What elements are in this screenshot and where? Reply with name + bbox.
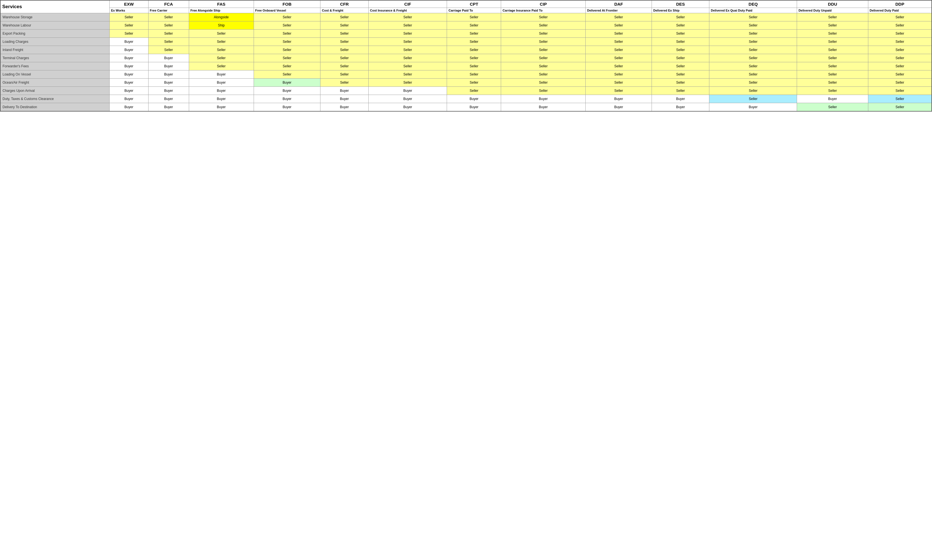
cell-1-3: Seller <box>254 22 320 29</box>
cell-10-11: Buyer <box>797 95 868 103</box>
col-name-fas: Free Alongside Ship <box>189 8 254 13</box>
table-row: Charges Upon ArrivalBuyerBuyerBuyerBuyer… <box>0 87 932 95</box>
service-label: Inland Freight <box>0 46 109 54</box>
cell-3-5: Seller <box>368 38 447 46</box>
cell-6-8: Seller <box>585 62 652 71</box>
header-abbrev-row: ServicesEXWFCAFASFOBCFRCIFCPTCIPDAFDESDE… <box>0 0 932 8</box>
col-abbrev-cip: CIP <box>501 0 585 8</box>
cell-10-10: Seller <box>709 95 797 103</box>
cell-9-9: Seller <box>652 87 709 95</box>
cell-6-11: Seller <box>797 62 868 71</box>
header-name-row: Ex WorksFree CarrierFree Alongside ShipF… <box>0 8 932 13</box>
cell-2-6: Seller <box>447 29 501 38</box>
cell-0-4: Seller <box>320 13 369 22</box>
cell-10-6: Buyer <box>447 95 501 103</box>
cell-7-11: Seller <box>797 71 868 78</box>
cell-5-3: Seller <box>254 54 320 62</box>
cell-9-11: Seller <box>797 87 868 95</box>
cell-10-2: Buyer <box>189 95 254 103</box>
cell-9-2: Buyer <box>189 87 254 95</box>
service-label: Forwarder's Fees <box>0 62 109 71</box>
cell-1-0: Seller <box>109 22 148 29</box>
cell-8-0: Buyer <box>109 78 148 87</box>
cell-4-4: Seller <box>320 46 369 54</box>
cell-11-6: Buyer <box>447 103 501 112</box>
cell-4-11: Seller <box>797 46 868 54</box>
cell-4-5: Seller <box>368 46 447 54</box>
cell-6-5: Seller <box>368 62 447 71</box>
cell-0-7: Seller <box>501 13 585 22</box>
cell-9-12: Seller <box>868 87 932 95</box>
col-abbrev-fob: FOB <box>254 0 320 8</box>
cell-1-5: Seller <box>368 22 447 29</box>
cell-1-12: Seller <box>868 22 932 29</box>
cell-4-6: Seller <box>447 46 501 54</box>
incoterms-table: ServicesEXWFCAFASFOBCFRCIFCPTCIPDAFDESDE… <box>0 0 932 112</box>
cell-11-8: Buyer <box>585 103 652 112</box>
cell-2-5: Seller <box>368 29 447 38</box>
cell-11-7: Buyer <box>501 103 585 112</box>
cell-10-9: Buyer <box>652 95 709 103</box>
col-abbrev-ddp: DDP <box>868 0 932 8</box>
col-name-fob: Free Onboard Vessel <box>254 8 320 13</box>
cell-7-10: Seller <box>709 71 797 78</box>
col-abbrev-des: DES <box>652 0 709 8</box>
cell-10-4: Buyer <box>320 95 369 103</box>
cell-0-10: Seller <box>709 13 797 22</box>
cell-4-1: Seller <box>148 46 189 54</box>
cell-3-3: Seller <box>254 38 320 46</box>
cell-3-9: Seller <box>652 38 709 46</box>
col-name-ddu: Delivered Duty Unpaid <box>797 8 868 13</box>
cell-6-10: Seller <box>709 62 797 71</box>
cell-7-9: Seller <box>652 71 709 78</box>
cell-3-4: Seller <box>320 38 369 46</box>
cell-7-5: Seller <box>368 71 447 78</box>
cell-9-7: Seller <box>501 87 585 95</box>
service-label: Ocean/Air Freight <box>0 78 109 87</box>
cell-3-7: Seller <box>501 38 585 46</box>
cell-6-2: Seller <box>189 62 254 71</box>
cell-3-0: Buyer <box>109 38 148 46</box>
col-name-daf: Delivered At Frontier <box>585 8 652 13</box>
cell-6-1: Buyer <box>148 62 189 71</box>
cell-2-11: Seller <box>797 29 868 38</box>
table-row: Forwarder's FeesBuyerBuyerSellerSellerSe… <box>0 62 932 71</box>
col-name-cip: Carriage Insurance Paid To <box>501 8 585 13</box>
cell-2-10: Seller <box>709 29 797 38</box>
col-abbrev-cif: CIF <box>368 0 447 8</box>
cell-7-3: Seller <box>254 71 320 78</box>
cell-8-4: Seller <box>320 78 369 87</box>
cell-2-0: Seller <box>109 29 148 38</box>
cell-0-2: Alongside <box>189 13 254 22</box>
cell-5-9: Seller <box>652 54 709 62</box>
table-row: Loading On VesselBuyerBuyerBuyerSellerSe… <box>0 71 932 78</box>
service-label: Terminal Charges <box>0 54 109 62</box>
col-name-cfr: Cost & Freight <box>320 8 369 13</box>
cell-9-8: Seller <box>585 87 652 95</box>
service-label: Export Packing <box>0 29 109 38</box>
cell-2-12: Seller <box>868 29 932 38</box>
cell-0-5: Seller <box>368 13 447 22</box>
cell-8-1: Buyer <box>148 78 189 87</box>
table-row: Terminal ChargesBuyerBuyerSellerSellerSe… <box>0 54 932 62</box>
cell-2-8: Seller <box>585 29 652 38</box>
cell-7-0: Buyer <box>109 71 148 78</box>
cell-11-1: Buyer <box>148 103 189 112</box>
cell-8-10: Seller <box>709 78 797 87</box>
col-abbrev-fas: FAS <box>189 0 254 8</box>
cell-5-11: Seller <box>797 54 868 62</box>
cell-10-1: Buyer <box>148 95 189 103</box>
cell-9-5: Buyer <box>368 87 447 95</box>
col-name-fca: Free Carrier <box>148 8 189 13</box>
cell-11-3: Buyer <box>254 103 320 112</box>
cell-1-1: Seller <box>148 22 189 29</box>
cell-6-9: Seller <box>652 62 709 71</box>
service-label: Charges Upon Arrival <box>0 87 109 95</box>
col-abbrev-cpt: CPT <box>447 0 501 8</box>
table-row: Ocean/Air FreightBuyerBuyerBuyerBuyerSel… <box>0 78 932 87</box>
cell-0-9: Seller <box>652 13 709 22</box>
cell-0-6: Seller <box>447 13 501 22</box>
service-label: Loading Charges <box>0 38 109 46</box>
service-label: Warehouse Storage <box>0 13 109 22</box>
table-row: Inland FreightBuyerSellerSellerSellerSel… <box>0 46 932 54</box>
